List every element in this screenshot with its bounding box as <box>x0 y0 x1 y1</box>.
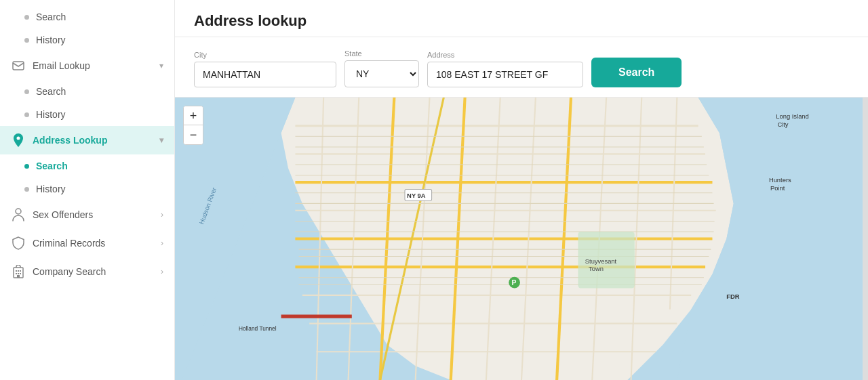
svg-rect-7 <box>16 273 17 274</box>
dot-icon <box>24 112 29 117</box>
svg-text:Stuyvesant: Stuyvesant <box>585 258 617 265</box>
chevron-right-icon: › <box>161 210 163 219</box>
map-display: Holland Tunnel Stuyvesant Town NY 9A FDR… <box>175 98 868 380</box>
dot-icon <box>24 15 29 20</box>
email-lookup-subitems: Search History <box>0 80 174 126</box>
main-content: Address lookup City State ALAKAZARCACOCT… <box>175 0 868 380</box>
sidebar-item-address-history[interactable]: History <box>0 177 174 200</box>
chevron-right-icon: › <box>161 238 163 248</box>
svg-text:Long Island: Long Island <box>776 113 808 120</box>
city-input[interactable] <box>194 62 336 87</box>
sidebar-item-label: Criminal Records <box>33 238 154 249</box>
svg-text:Town: Town <box>589 266 604 272</box>
sidebar: Search History Email Lookup ▾ Search His… <box>0 0 175 380</box>
zoom-out-button[interactable]: − <box>184 125 203 144</box>
svg-text:City: City <box>777 121 788 128</box>
map-zoom-controls: + − <box>183 106 203 145</box>
sidebar-item-email-search[interactable]: Search <box>0 80 174 103</box>
zoom-in-button[interactable]: + <box>184 106 203 125</box>
map-container: + − <box>175 98 868 380</box>
svg-rect-5 <box>18 270 19 272</box>
sidebar-item-label: Search <box>36 12 66 22</box>
sidebar-item-address-lookup[interactable]: Address Lookup ▾ <box>0 126 174 154</box>
address-input[interactable] <box>427 62 583 87</box>
dot-icon <box>24 89 29 94</box>
dot-icon <box>24 187 29 192</box>
svg-rect-9 <box>20 273 21 274</box>
dot-icon <box>24 38 29 43</box>
sidebar-item-label: Search <box>36 161 68 171</box>
address-label: Address <box>427 51 583 59</box>
svg-text:Point: Point <box>770 185 785 192</box>
location-icon <box>11 133 26 148</box>
svg-point-1 <box>17 137 20 140</box>
sidebar-item-label: Search <box>36 86 66 97</box>
svg-text:FDR: FDR <box>726 293 739 300</box>
sidebar-item-label: History <box>36 109 66 120</box>
svg-text:Holland Tunnel: Holland Tunnel <box>239 325 277 332</box>
sidebar-item-history-top[interactable]: History <box>0 28 174 51</box>
svg-rect-10 <box>17 275 20 278</box>
city-label: City <box>194 51 336 59</box>
sidebar-item-search-top[interactable]: Search <box>0 5 174 28</box>
svg-text:NY 9A: NY 9A <box>407 192 426 199</box>
sidebar-item-label: Address Lookup <box>33 135 153 146</box>
sidebar-item-label: History <box>36 35 66 45</box>
sidebar-item-sex-offenders[interactable]: Sex Offenders › <box>0 200 174 229</box>
sidebar-item-address-search[interactable]: Search <box>0 154 174 177</box>
svg-rect-8 <box>18 273 19 274</box>
city-field-group: City <box>194 51 336 87</box>
shield-icon <box>11 236 26 251</box>
sidebar-item-email-history[interactable]: History <box>0 103 174 126</box>
page-title: Address lookup <box>194 12 849 30</box>
building-icon <box>11 264 26 279</box>
chevron-right-icon: › <box>161 267 163 276</box>
chevron-down-icon: ▾ <box>159 61 163 70</box>
sidebar-item-company-search[interactable]: Company Search › <box>0 257 174 286</box>
sidebar-item-label: Sex Offenders <box>33 209 154 220</box>
address-lookup-subitems: Search History <box>0 154 174 200</box>
dot-icon <box>24 164 29 169</box>
person-icon <box>11 207 26 222</box>
svg-text:P: P <box>511 279 516 287</box>
email-icon <box>11 58 26 73</box>
sidebar-item-email-lookup[interactable]: Email Lookup ▾ <box>0 51 174 80</box>
address-field-group: Address <box>427 51 583 87</box>
state-field-group: State ALAKAZARCACOCTDEFLGAHIIDILINIAKSKY… <box>344 49 419 87</box>
sidebar-item-label: Company Search <box>33 266 154 277</box>
sidebar-item-label: Email Lookup <box>33 60 153 71</box>
page-header: Address lookup <box>175 0 868 37</box>
map-scrollbar[interactable] <box>863 98 868 380</box>
svg-point-2 <box>16 209 21 214</box>
svg-rect-0 <box>13 62 24 70</box>
search-button[interactable]: Search <box>591 58 682 87</box>
search-bar: City State ALAKAZARCACOCTDEFLGAHIIDILINI… <box>175 37 868 98</box>
chevron-down-icon: ▾ <box>159 135 163 145</box>
state-label: State <box>344 49 419 58</box>
svg-text:Hunters: Hunters <box>769 177 791 184</box>
svg-rect-6 <box>20 270 21 272</box>
sidebar-item-label: History <box>36 184 66 194</box>
sidebar-item-criminal-records[interactable]: Criminal Records › <box>0 229 174 257</box>
svg-rect-4 <box>16 270 17 272</box>
state-select[interactable]: ALAKAZARCACOCTDEFLGAHIIDILINIAKSKYLAMEMD… <box>344 60 419 87</box>
